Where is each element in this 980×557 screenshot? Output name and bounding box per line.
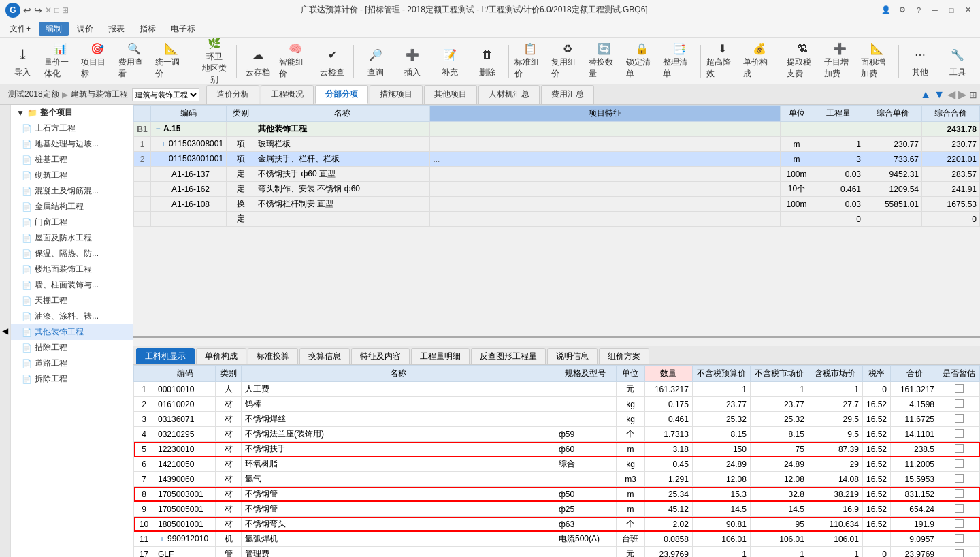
list-item[interactable]: 5 12230010 材 不锈钢扶手 ф60 m 3.18 150 75 87.… xyxy=(134,442,980,457)
list-item[interactable]: 9 1705005001 材 不锈钢管 ф25 m 45.12 14.5 14.… xyxy=(134,502,980,517)
checkbox-temp[interactable] xyxy=(955,444,964,453)
checkbox-temp[interactable] xyxy=(955,489,964,498)
lock-clean-btn[interactable]: 🔒 锁定清单 xyxy=(625,42,659,81)
help-icon[interactable]: ? xyxy=(912,3,926,17)
area-add-btn[interactable]: 📐 面积增加费 xyxy=(860,42,894,81)
list-item[interactable]: 7 14390060 材 氩气 m3 1.291 12.08 12.08 14.… xyxy=(134,472,980,487)
sidebar-item-floor-decor[interactable]: 📄 楼地面装饰工程 xyxy=(11,261,133,277)
unified-adjust-btn[interactable]: 📐 统一调价 xyxy=(154,42,189,81)
tab-measures[interactable]: 措施项目 xyxy=(370,85,423,104)
sidebar-item-pile[interactable]: 📄 桩基工程 xyxy=(11,152,133,168)
nav-down-icon[interactable]: ▼ xyxy=(934,89,945,101)
lower-tab-qty-detail[interactable]: 工程量明细 xyxy=(411,348,470,364)
smart-group-btn[interactable]: 🧠 智能组价 xyxy=(278,42,312,81)
lower-tab-std-calc[interactable]: 标准换算 xyxy=(248,348,298,364)
sidebar-item-wall-decor[interactable]: 📄 墙、柱面装饰与... xyxy=(11,277,133,293)
query-btn[interactable]: 🔎 查询 xyxy=(358,42,393,81)
tab-section-items[interactable]: 分部分项 xyxy=(315,85,368,104)
insert-btn[interactable]: ➕ 插入 xyxy=(395,42,430,81)
tab-fee-summary[interactable]: 费用汇总 xyxy=(541,85,594,104)
quota-unity-btn[interactable]: 📊 量价一体化 xyxy=(43,42,78,81)
list-item[interactable]: 2 01610020 材 钨棒 kg 0.175 23.77 23.77 27.… xyxy=(134,397,980,412)
nav-right-icon[interactable]: ▶ xyxy=(958,88,966,101)
checkbox-temp[interactable] xyxy=(955,474,964,483)
minimize-btn[interactable]: ─ xyxy=(928,3,942,17)
menu-file[interactable]: 文件+ xyxy=(3,22,37,36)
list-item[interactable]: 3 03136071 材 不锈钢焊丝 kg 0.461 25.32 25.32 … xyxy=(134,412,980,427)
menu-report[interactable]: 报表 xyxy=(101,22,131,36)
sub-add-btn[interactable]: ➕ 子目增加费 xyxy=(823,42,858,81)
tab-others[interactable]: 其他项目 xyxy=(424,85,477,104)
list-item[interactable]: 10 1805001001 材 不锈钢弯头 ф63 个 2.02 90.81 9… xyxy=(134,517,980,532)
maximize-btn[interactable]: □ xyxy=(945,3,958,17)
table-row[interactable]: 1 ＋011503008001 项 玻璃栏板 m 1 230.77 230.77 xyxy=(134,137,980,152)
sidebar-item-earthwork[interactable]: 📄 土石方工程 xyxy=(11,121,133,136)
list-item[interactable]: 11 ＋990912010 机 氩弧焊机 电流500(A) 台班 0.0858 … xyxy=(134,532,980,547)
expand-btn[interactable]: ＋ xyxy=(159,139,167,148)
sidebar-item-metal[interactable]: 📄 金属结构工程 xyxy=(11,199,133,214)
cloud-archive-btn[interactable]: ☁ 云存档 xyxy=(241,42,276,81)
list-item[interactable]: 17 GLF 管 管理费 元 23.9769 1 1 1 0 23.9769 xyxy=(134,547,980,558)
redo-btn[interactable]: ↪ xyxy=(34,5,42,16)
sidebar-item-foundation[interactable]: 📄 地基处理与边坡... xyxy=(11,136,133,152)
horizontal-scrollbar[interactable] xyxy=(133,338,980,346)
lower-tab-group-scheme[interactable]: 组价方案 xyxy=(599,348,649,364)
sidebar-item-insulation[interactable]: 📄 保温、隔热、防... xyxy=(11,246,133,261)
menu-edit[interactable]: 编制 xyxy=(39,22,69,36)
lower-tab-unit-compose[interactable]: 单价构成 xyxy=(196,348,246,364)
user-icon[interactable]: 👤 xyxy=(879,3,893,17)
collapse-btn[interactable]: － xyxy=(154,124,162,133)
std-group-btn[interactable]: 📋 标准组价 xyxy=(513,42,548,81)
lower-tab-reverse-chart[interactable]: 反查图形工程量 xyxy=(471,348,546,364)
fee-check-btn[interactable]: 🔍 费用查看 xyxy=(117,42,152,81)
tools-btn[interactable]: 🔧 工具 xyxy=(940,42,975,81)
settings-icon[interactable]: ⚙ xyxy=(896,3,909,17)
sidebar-item-other-decor[interactable]: 📄 其他装饰工程 xyxy=(11,324,133,340)
checkbox-temp[interactable] xyxy=(955,519,964,528)
lower-tab-swap-info[interactable]: 换算信息 xyxy=(299,348,350,364)
tab-labor-machine[interactable]: 人材机汇总 xyxy=(478,85,540,104)
reuse-group-btn[interactable]: ♻ 复用组价 xyxy=(550,42,585,81)
tab-costing-analysis[interactable]: 造价分析 xyxy=(206,85,259,104)
table-row[interactable]: B1 －A.15 其他装饰工程 2431.78 xyxy=(134,122,980,137)
nav-left-icon[interactable]: ◀ xyxy=(947,88,956,101)
sidebar-item-concrete[interactable]: 📄 混凝土及钢筋混... xyxy=(11,183,133,199)
list-item[interactable]: 8 1705003001 材 不锈钢管 ф50 m 25.34 15.3 32.… xyxy=(134,487,980,502)
menu-adjust[interactable]: 调价 xyxy=(70,22,100,36)
checkbox-temp[interactable] xyxy=(955,414,964,423)
sidebar-item-masonry[interactable]: 📄 砌筑工程 xyxy=(11,168,133,183)
tab-options-icon[interactable]: ⊞ xyxy=(969,89,977,100)
table-row[interactable]: 2 －011503001001 项 金属扶手、栏杆、栏板 ... m 3 733… xyxy=(134,152,980,167)
import-btn[interactable]: ⤓ 导入 xyxy=(5,42,40,81)
env-health-btn[interactable]: 🌿 环卫地区类别 xyxy=(197,42,232,81)
lower-tab-labor[interactable]: 工料机显示 xyxy=(136,348,195,364)
undo-btn[interactable]: ↩ xyxy=(23,5,31,16)
checkbox-temp[interactable] xyxy=(955,534,964,543)
checkbox-temp[interactable] xyxy=(955,429,964,438)
cloud-check-btn[interactable]: ✔ 云检查 xyxy=(315,42,350,81)
menu-etender[interactable]: 电子标 xyxy=(164,22,202,36)
expand-btn[interactable]: ＋ xyxy=(158,534,166,543)
lower-tab-note[interactable]: 说明信息 xyxy=(547,348,598,364)
table-row[interactable]: A1-16-108 换 不锈钢栏杆制安 直型 100m 0.03 55851.0… xyxy=(134,197,980,212)
checkbox-temp[interactable] xyxy=(955,549,964,558)
table-row[interactable]: A1-16-162 定 弯头制作、安装 不锈钢 ф60 10个 0.461 12… xyxy=(134,182,980,197)
sidebar-item-paint[interactable]: 📄 油漆、涂料、裱... xyxy=(11,308,133,324)
sidebar-item-demolish[interactable]: 📄 拆除工程 xyxy=(11,371,133,387)
fee-support-btn[interactable]: 🏗 提取税支费 xyxy=(785,42,820,81)
sidebar-item-all[interactable]: ▼ 📁 整个项目 xyxy=(11,105,133,121)
sidebar-item-ceiling[interactable]: 📄 天棚工程 xyxy=(11,293,133,308)
sort-clean-btn[interactable]: 📑 整理清单 xyxy=(662,42,696,81)
delete-btn[interactable]: 🗑 删除 xyxy=(470,42,504,81)
table-row[interactable]: A1-16-137 定 不锈钢扶手 ф60 直型 100m 0.03 9452.… xyxy=(134,167,980,182)
section-dropdown[interactable]: 建筑与装饰工程 xyxy=(132,88,199,101)
sidebar-item-road[interactable]: 📄 道路工程 xyxy=(11,355,133,371)
project-target-btn[interactable]: 🎯 项目目标 xyxy=(80,42,114,81)
sidebar-item-roof[interactable]: 📄 屋面及防水工程 xyxy=(11,230,133,246)
sidebar-item-demo[interactable]: 📄 措除工程 xyxy=(11,340,133,355)
checkbox-temp[interactable] xyxy=(955,384,964,393)
tab-project-overview[interactable]: 工程概况 xyxy=(261,85,314,104)
sidebar-item-door-window[interactable]: 📄 门窗工程 xyxy=(11,214,133,230)
sidebar-toggle[interactable]: ◀ xyxy=(0,105,11,557)
list-item[interactable]: 1 00010010 人 人工费 元 161.3217 1 1 1 0 161.… xyxy=(134,382,980,397)
